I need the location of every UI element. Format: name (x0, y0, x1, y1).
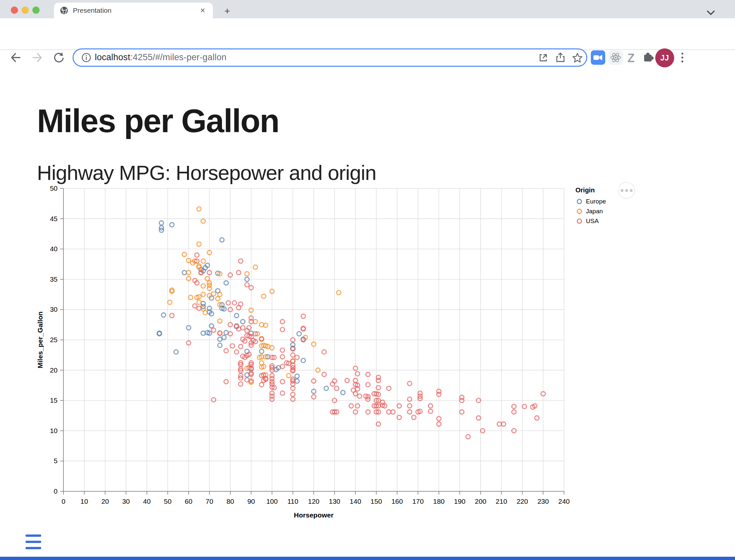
x-tick-label: 50 (164, 498, 171, 505)
data-point-usa (226, 301, 230, 305)
browser-menu-kebab-icon[interactable] (679, 51, 685, 64)
data-point-usa (239, 361, 243, 365)
data-point-usa (333, 398, 337, 403)
data-point-europe (224, 281, 228, 285)
extensions-puzzle-icon[interactable] (641, 50, 656, 65)
data-point-japan (262, 294, 266, 298)
data-point-usa (262, 378, 266, 383)
data-point-usa (501, 422, 505, 426)
data-point-usa (259, 337, 264, 341)
x-tick-label: 140 (350, 498, 361, 505)
url-text[interactable]: localhost:4255/#/miles-per-gallon (95, 52, 227, 62)
data-point-japan (245, 366, 249, 370)
data-point-usa (301, 338, 306, 342)
data-point-usa (295, 355, 299, 359)
z-extension-icon[interactable]: Z (627, 51, 635, 65)
profile-avatar[interactable]: JJ (655, 48, 674, 67)
data-point-europe (199, 268, 203, 272)
data-point-usa (280, 364, 285, 369)
open-in-new-icon[interactable] (537, 52, 549, 63)
bookmark-star-icon[interactable] (571, 52, 583, 63)
data-point-europe (301, 337, 306, 341)
window-maximize-button[interactable] (32, 7, 40, 14)
forward-button[interactable] (31, 51, 44, 64)
data-point-europe (207, 310, 212, 314)
data-point-usa (253, 340, 257, 344)
slide-menu-button[interactable] (26, 534, 41, 553)
url-host: localhost (95, 52, 130, 62)
data-point-europe (201, 301, 205, 306)
data-point-japan (264, 373, 268, 377)
data-point-usa (356, 404, 360, 408)
data-point-japan (197, 207, 201, 211)
data-point-usa (374, 404, 378, 408)
site-info-icon[interactable] (80, 52, 92, 63)
data-point-japan (259, 337, 264, 341)
data-point-usa (376, 404, 380, 408)
data-point-japan (197, 264, 201, 268)
scatter-chart: 0102030405060708090100110120130140150160… (0, 0, 735, 560)
new-tab-button[interactable]: + (222, 6, 233, 17)
tab-title: Presentation (73, 7, 198, 14)
progress-bar[interactable] (0, 557, 735, 560)
data-point-usa (291, 392, 295, 396)
data-point-europe (224, 330, 228, 335)
data-point-usa (249, 316, 254, 320)
data-point-usa (291, 366, 295, 370)
data-point-usa (285, 361, 289, 365)
data-point-usa (374, 398, 378, 403)
data-point-usa (245, 283, 249, 287)
data-point-usa (366, 395, 370, 399)
vega-actions-button[interactable] (618, 182, 635, 199)
legend-entry-usa[interactable]: USA (575, 216, 606, 226)
data-point-europe (216, 271, 220, 275)
data-point-usa (376, 392, 380, 396)
legend-symbol-icon (575, 198, 583, 205)
y-tick-label: 20 (50, 366, 58, 374)
tab-list-chevron-icon[interactable] (706, 10, 716, 16)
data-point-usa (253, 332, 257, 336)
data-point-usa (418, 396, 422, 401)
back-button[interactable] (9, 51, 22, 64)
data-point-usa (291, 359, 295, 363)
data-point-usa (397, 404, 401, 408)
data-point-japan (207, 251, 212, 255)
data-point-europe (276, 366, 281, 370)
x-tick-label: 30 (122, 498, 130, 505)
window-close-button[interactable] (11, 7, 18, 14)
data-point-usa (236, 327, 241, 331)
data-point-usa (197, 306, 201, 310)
legend-label: USA (586, 218, 599, 225)
react-devtools-extension-icon[interactable] (608, 50, 623, 65)
tab-close-icon[interactable]: ✕ (198, 6, 208, 15)
browser-tab[interactable]: Presentation ✕ (54, 3, 213, 18)
legend-label: Europe (586, 198, 606, 205)
data-point-usa (239, 367, 243, 371)
data-point-europe (259, 349, 264, 354)
data-point-usa (270, 376, 274, 381)
x-tick-label: 240 (558, 498, 569, 505)
data-point-usa (195, 281, 199, 285)
share-icon[interactable] (554, 52, 566, 63)
zoom-extension-icon[interactable] (591, 50, 605, 65)
data-point-usa (230, 344, 235, 348)
data-point-japan (264, 323, 268, 327)
data-point-europe (205, 330, 210, 335)
data-point-usa (387, 410, 391, 414)
reload-button[interactable] (52, 51, 65, 64)
data-point-europe (209, 324, 214, 328)
data-point-usa (437, 416, 441, 421)
data-point-europe (341, 391, 345, 395)
data-point-usa (272, 355, 276, 359)
legend-entry-japan[interactable]: Japan (575, 206, 606, 216)
data-point-usa (270, 368, 274, 372)
window-minimize-button[interactable] (22, 7, 29, 14)
data-point-japan (270, 289, 274, 293)
data-point-usa (249, 379, 254, 383)
data-point-europe (324, 386, 328, 391)
x-tick-label: 20 (101, 498, 109, 505)
data-point-usa (312, 379, 316, 383)
data-point-japan (189, 295, 193, 300)
legend-entry-europe[interactable]: Europe (575, 197, 606, 206)
data-point-japan (203, 310, 207, 315)
